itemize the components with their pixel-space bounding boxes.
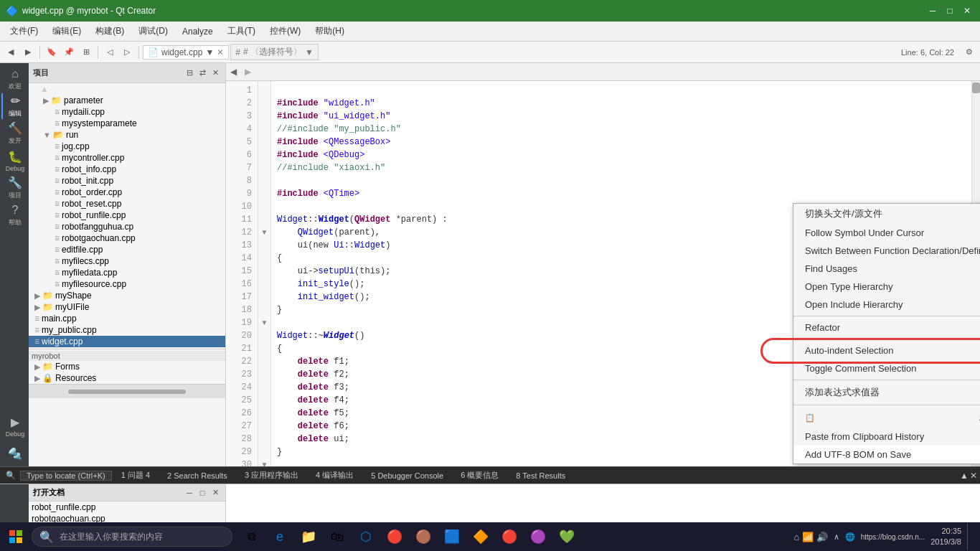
list-item[interactable]: ≡ jog.cpp <box>29 141 225 152</box>
ctx-refactor[interactable]: Refactor ▶ <box>793 319 980 336</box>
list-item[interactable]: ≡ mysystemparamete <box>29 118 225 129</box>
menu-file[interactable]: 文件(F) <box>3 22 45 40</box>
tab-right-arrow[interactable]: ▶ <box>240 63 255 80</box>
list-item[interactable]: ≡ myfilecs.cpp <box>29 255 225 267</box>
list-item[interactable]: ≡ mycontroller.cpp <box>29 152 225 164</box>
taskbar-search-box[interactable]: 🔍 在这里输入你要搜索的内容 <box>32 527 232 547</box>
list-item[interactable]: ≡ myfilesource.cpp <box>29 278 225 290</box>
tab-close-x[interactable]: ✕ <box>217 47 224 57</box>
settings-btn[interactable]: ⚙ <box>961 44 977 60</box>
list-item[interactable]: ≡ widget.cpp <box>29 336 225 347</box>
sidebar-help[interactable]: ? 帮助 <box>1 202 27 228</box>
list-item[interactable]: ▶ 📁 Forms <box>29 361 225 372</box>
ctx-auto-indent[interactable]: Auto-indent Selection <box>793 342 980 359</box>
ctx-open-include-hierarchy[interactable]: Open Include Hierarchy <box>793 296 980 314</box>
toolbar-expand[interactable]: ⊞ <box>78 44 94 60</box>
symbol-selector[interactable]: # # 〈选择符号〉 ▼ <box>230 44 319 60</box>
tab-dropdown[interactable]: ▼ <box>205 47 214 57</box>
sidebar-edit[interactable]: ✏ 编辑 <box>1 93 27 119</box>
status-search-icon[interactable]: 🔍 <box>3 471 19 480</box>
ctx-switch-decl-def[interactable]: Switch Between Function Declaration/Defi… <box>793 242 980 260</box>
app9-btn[interactable]: 🔶 <box>468 524 494 550</box>
filter-btn[interactable]: ⊟ <box>184 67 195 79</box>
menu-controls[interactable]: 控件(W) <box>263 22 308 40</box>
minimize-button[interactable]: ─ <box>925 4 940 18</box>
list-item[interactable]: robot_runfile.cpp <box>29 501 225 513</box>
sidebar-run[interactable]: ▶ Debug <box>1 413 27 439</box>
list-item[interactable]: ≡ robot_info.cpp <box>29 164 225 175</box>
maximize-button[interactable]: □ <box>943 4 957 18</box>
menu-analyze[interactable]: Analyze <box>175 24 220 39</box>
docs-expand-btn[interactable]: □ <box>197 487 208 499</box>
status-tab-debugger[interactable]: 5 Debugger Console <box>363 469 451 482</box>
vscode-btn[interactable]: ⬡ <box>353 524 379 550</box>
menu-help[interactable]: 帮助(H) <box>308 22 352 40</box>
app10-btn[interactable]: 🔴 <box>496 524 522 550</box>
list-item[interactable]: myrobot <box>29 351 225 361</box>
symbol-dropdown[interactable]: ▼ <box>305 47 314 57</box>
list-item[interactable]: ≡ myfiledata.cpp <box>29 267 225 278</box>
taskview-btn[interactable]: ⧉ <box>238 524 264 550</box>
list-item[interactable]: ≡ robot_reset.cpp <box>29 198 225 209</box>
toolbar-nav-left[interactable]: ◁ <box>102 44 118 60</box>
list-item[interactable]: ▼ 📂 run <box>29 129 225 141</box>
list-item[interactable]: ▶ 📁 parameter <box>29 95 225 106</box>
list-item[interactable]: ≡ robotfangguhua.cp <box>29 221 225 232</box>
toolbar-back[interactable]: ◀ <box>3 44 19 60</box>
list-item[interactable]: ≡ editfile.cpp <box>29 244 225 255</box>
app7-btn[interactable]: 🟤 <box>410 524 436 550</box>
list-item[interactable]: ≡ main.cpp <box>29 313 225 324</box>
list-item[interactable]: ≡ mydaili.cpp <box>29 106 225 118</box>
toolbar-forward[interactable]: ▶ <box>20 44 36 60</box>
sidebar-wrench[interactable]: 🔩 <box>1 441 27 466</box>
ctx-follow-symbol[interactable]: Follow Symbol Under Cursor <box>793 224 980 242</box>
list-item[interactable]: ≡ robotgaochuan.cpp <box>29 232 225 244</box>
ctx-toggle-comment[interactable]: Toggle Comment Selection <box>793 359 980 377</box>
menu-build[interactable]: 构建(B) <box>88 22 131 40</box>
docs-minimize-btn[interactable]: ─ <box>184 487 195 499</box>
docs-close-btn[interactable]: ✕ <box>209 487 221 499</box>
status-tab-search[interactable]: 2 Search Results <box>159 469 235 482</box>
list-item[interactable]: ▶ 🔒 Resources <box>29 372 225 384</box>
menu-debug[interactable]: 调试(D) <box>131 22 175 40</box>
list-item[interactable]: ▲ <box>29 83 225 95</box>
ctx-add-expr[interactable]: 添加表达式求值器 <box>793 382 980 402</box>
show-desktop-btn[interactable] <box>967 524 971 550</box>
app11-btn[interactable]: 🟣 <box>525 524 551 550</box>
ctx-paste[interactable]: 📋 粘贴(P) <box>793 408 980 428</box>
list-item[interactable]: ≡ robot_runfile.cpp <box>29 209 225 221</box>
status-tab-overview[interactable]: 6 概要信息 <box>453 468 507 483</box>
sidebar-welcome[interactable]: ⌂ 欢迎 <box>1 66 27 92</box>
sidebar-project[interactable]: 🔧 项目 <box>1 175 27 201</box>
toolbar-bookmark[interactable]: 🔖 <box>44 44 60 60</box>
store-btn[interactable]: 🛍 <box>324 524 350 550</box>
status-tab-test[interactable]: 8 Test Results <box>508 469 573 482</box>
list-item[interactable]: ▶ 📁 myShape <box>29 290 225 301</box>
status-tab-issues[interactable]: 1 问题 4 <box>113 468 158 483</box>
ctx-add-bom[interactable]: Add UTF-8 BOM on Save <box>793 446 980 463</box>
list-item[interactable]: ≡ robot_init.cpp <box>29 175 225 187</box>
status-expand-icon[interactable]: ▲ <box>960 471 969 481</box>
status-type-locate[interactable]: Type to locate (Ctrl+K) <box>20 471 112 481</box>
ctx-find-usages[interactable]: Find Usages <box>793 260 980 278</box>
list-item[interactable]: ▶ 📁 myUIFile <box>29 301 225 313</box>
list-item[interactable]: ≡ my_public.cpp <box>29 324 225 336</box>
tab-left-arrow[interactable]: ◀ <box>226 63 240 80</box>
sync-btn[interactable]: ⇄ <box>197 67 208 79</box>
menu-tools[interactable]: 工具(T) <box>220 22 263 40</box>
app6-btn[interactable]: 🔴 <box>382 524 407 550</box>
toolbar-bookmark2[interactable]: 📌 <box>61 44 77 60</box>
close-button[interactable]: ✕ <box>960 4 974 18</box>
ctx-paste-history[interactable]: Paste from Clipboard History <box>793 428 980 446</box>
menu-edit[interactable]: 编辑(E) <box>45 22 88 40</box>
close-panel-btn[interactable]: ✕ <box>209 67 221 79</box>
tray-more[interactable]: ∧ <box>834 532 839 542</box>
edge-btn[interactable]: e <box>267 524 293 550</box>
status-tab-compile[interactable]: 4 编译输出 <box>308 468 362 483</box>
status-tab-appout[interactable]: 3 应用程序输出 <box>237 468 306 483</box>
sidebar-debug[interactable]: 🐛 Debug <box>1 148 27 174</box>
sidebar-build[interactable]: 🔨 发开 <box>1 121 27 146</box>
ctx-open-type-hierarchy[interactable]: Open Type Hierarchy <box>793 278 980 296</box>
explorer-btn[interactable]: 📁 <box>296 524 321 550</box>
status-close-icon[interactable]: ✕ <box>970 471 977 481</box>
